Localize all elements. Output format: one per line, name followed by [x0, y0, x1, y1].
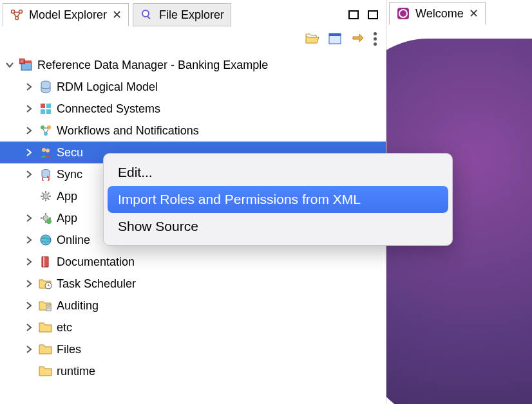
tab-model-explorer[interactable]: Model Explorer ✕: [3, 3, 129, 26]
window-controls: [348, 10, 383, 19]
tab-label: File Explorer: [159, 8, 224, 22]
users-icon: [39, 145, 53, 160]
chevron-right-icon[interactable]: [23, 81, 35, 93]
chevron-down-icon[interactable]: [4, 59, 15, 71]
clock-folder-icon: [39, 277, 53, 291]
sync-icon: [39, 167, 53, 181]
svg-point-1: [19, 10, 23, 14]
gear-green-icon: [39, 211, 53, 225]
svg-point-19: [42, 148, 46, 152]
svg-point-17: [47, 125, 51, 129]
node-label: Reference Data Manager - Banking Example: [37, 59, 268, 72]
tree-item-documentation[interactable]: Documentation: [0, 251, 386, 273]
gear-icon: [39, 189, 53, 203]
tree-item-runtime[interactable]: runtime: [0, 360, 386, 382]
systems-icon: [39, 102, 53, 116]
chevron-right-icon[interactable]: [23, 234, 35, 246]
node-label: App: [57, 190, 77, 203]
tree-root[interactable]: x Reference Data Manager - Banking Examp…: [0, 54, 386, 76]
tab-label: Model Explorer: [29, 8, 107, 22]
svg-point-16: [41, 125, 44, 129]
node-label: Online: [57, 234, 90, 247]
folder-icon: [39, 320, 53, 335]
close-icon[interactable]: ✕: [469, 6, 479, 21]
svg-rect-12: [41, 104, 45, 108]
svg-point-2: [15, 17, 19, 20]
node-label: Files: [57, 343, 81, 356]
svg-point-24: [46, 219, 52, 224]
menu-item-label: Import Roles and Permissions from XML: [118, 192, 361, 207]
tab-welcome[interactable]: Welcome ✕: [389, 2, 486, 25]
menu-item-edit[interactable]: Edit...: [108, 159, 448, 186]
svg-rect-13: [46, 104, 51, 108]
tree-item-workflows[interactable]: Workflows and Notifications: [0, 120, 386, 142]
svg-rect-14: [41, 109, 45, 114]
node-label: Connected Systems: [57, 102, 160, 116]
tab-file-explorer[interactable]: File Explorer: [133, 3, 231, 26]
menu-item-show-source[interactable]: Show Source: [108, 213, 448, 240]
svg-rect-6: [329, 33, 341, 36]
chevron-right-icon[interactable]: [23, 322, 35, 333]
menu-item-label: Show Source: [118, 219, 198, 234]
file-explorer-icon: [140, 8, 154, 22]
svg-rect-15: [46, 109, 51, 114]
svg-point-22: [43, 194, 48, 199]
folder-icon: [39, 364, 53, 378]
database-icon: [39, 80, 53, 94]
audit-folder-icon: [39, 298, 53, 313]
minimize-icon[interactable]: [348, 10, 359, 19]
svg-point-25: [41, 235, 51, 245]
node-label: etc: [57, 321, 72, 335]
close-icon[interactable]: ✕: [112, 8, 122, 22]
window-icon[interactable]: [328, 33, 341, 44]
chevron-right-icon[interactable]: [23, 125, 35, 136]
svg-point-0: [12, 10, 15, 14]
svg-point-3: [142, 10, 149, 17]
node-label: runtime: [57, 365, 95, 378]
model-explorer-icon: [10, 8, 24, 22]
node-label: RDM Logical Model: [57, 80, 158, 94]
node-label: Auditing: [57, 299, 99, 313]
tab-label: Welcome: [415, 7, 464, 21]
tree-item-connected-systems[interactable]: Connected Systems: [0, 98, 386, 120]
node-label: Secu: [57, 146, 83, 160]
workflow-icon: [39, 124, 53, 138]
menu-item-import-roles[interactable]: Import Roles and Permissions from XML: [108, 186, 448, 213]
kebab-menu-icon[interactable]: [374, 32, 377, 46]
tree-item-etc[interactable]: etc: [0, 317, 386, 338]
chevron-right-icon[interactable]: [23, 256, 35, 268]
node-label: Workflows and Notifications: [57, 124, 199, 138]
tree-item-rdm-logical[interactable]: RDM Logical Model: [0, 76, 386, 98]
chevron-right-icon[interactable]: [23, 169, 35, 180]
book-icon: [39, 255, 53, 269]
tree-item-auditing[interactable]: Auditing: [0, 295, 386, 317]
panel-toolbar: [0, 27, 386, 50]
folder-icon: [39, 342, 53, 356]
node-label: Sync: [57, 168, 82, 181]
folder-open-icon[interactable]: [305, 33, 319, 44]
globe-icon: [39, 233, 53, 247]
chevron-right-icon[interactable]: [23, 103, 35, 115]
svg-point-20: [46, 149, 50, 152]
project-icon: x: [19, 58, 33, 72]
chevron-right-icon[interactable]: [23, 147, 35, 158]
chevron-right-icon[interactable]: [23, 300, 35, 311]
svg-text:x: x: [21, 59, 23, 63]
chevron-right-icon[interactable]: [23, 278, 35, 289]
menu-item-label: Edit...: [118, 165, 153, 180]
sync-arrows-icon[interactable]: [350, 33, 365, 44]
node-label: Documentation: [57, 255, 135, 269]
tree-item-files[interactable]: Files: [0, 338, 386, 360]
node-label: Task Scheduler: [57, 277, 136, 291]
tabs-row: Model Explorer ✕ File Explorer: [0, 0, 386, 27]
svg-point-18: [44, 132, 48, 136]
node-label: App: [57, 212, 77, 225]
maximize-icon[interactable]: [368, 10, 378, 19]
context-menu: Edit... Import Roles and Permissions fro…: [103, 153, 453, 246]
chevron-right-icon[interactable]: [23, 344, 35, 355]
tree-item-task-scheduler[interactable]: Task Scheduler: [0, 273, 386, 295]
svg-rect-27: [43, 257, 44, 267]
svg-rect-4: [147, 16, 151, 19]
chevron-right-icon[interactable]: [23, 212, 35, 224]
welcome-icon: [396, 6, 410, 21]
